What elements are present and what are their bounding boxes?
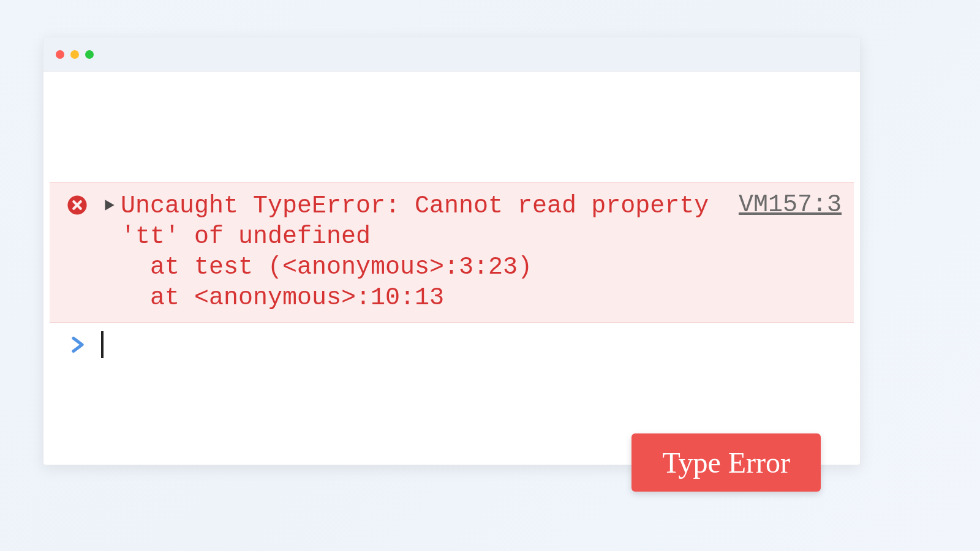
type-error-badge: Type Error — [631, 433, 821, 492]
browser-window: Uncaught TypeError: Cannot read property… — [43, 37, 861, 465]
stack-frame: at <anonymous>:10:13 — [111, 283, 842, 313]
stack-trace: at test (<anonymous>:3:23) at <anonymous… — [111, 252, 842, 313]
error-source-link[interactable]: VM157:3 — [739, 191, 842, 219]
close-icon[interactable] — [56, 50, 64, 59]
stack-frame: at test (<anonymous>:3:23) — [111, 252, 842, 283]
console-input[interactable] — [101, 331, 842, 358]
text-cursor — [101, 331, 104, 358]
window-titlebar — [43, 37, 860, 72]
error-icon — [67, 195, 88, 216]
devtools-console: Uncaught TypeError: Cannot read property… — [43, 72, 860, 367]
prompt-chevron-icon — [69, 334, 86, 355]
error-message-text: Uncaught TypeError: Cannot read property… — [121, 191, 726, 252]
zoom-icon[interactable] — [85, 50, 94, 59]
expand-triangle-icon[interactable] — [101, 197, 117, 213]
badge-label: Type Error — [662, 446, 790, 479]
minimize-icon[interactable] — [70, 50, 79, 59]
console-error-row[interactable]: Uncaught TypeError: Cannot read property… — [50, 182, 854, 323]
console-prompt-row[interactable] — [50, 323, 854, 367]
